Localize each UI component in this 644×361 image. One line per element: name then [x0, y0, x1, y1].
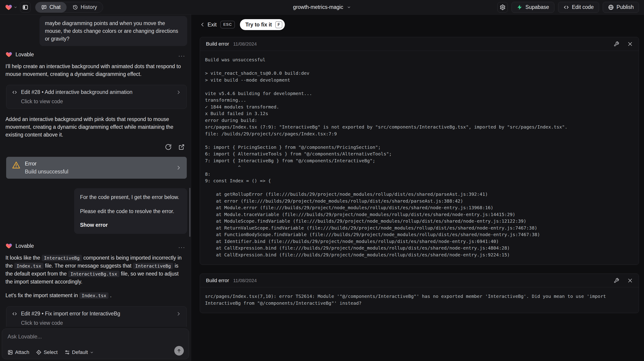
code-brackets-icon [563, 4, 569, 10]
select-button[interactable]: Select [36, 349, 58, 355]
edit-code-label: Edit code [572, 4, 594, 10]
tab-history-label: History [81, 4, 97, 10]
settings-button[interactable] [497, 2, 508, 12]
supabase-bolt-icon [517, 4, 523, 10]
build-error-date: 11/08/2024 [233, 278, 257, 283]
supabase-label: Supabase [526, 4, 549, 10]
preview-panel: Exit ESC Try to fix it F Build error 11/… [191, 14, 644, 361]
assistant-message-text: Added an interactive background with pin… [6, 116, 173, 138]
select-target-icon [36, 350, 42, 355]
top-bar: Chat History growth-metrics-magic [0, 0, 644, 14]
edit-card-28[interactable]: Edit #28 • Add interactive background an… [6, 85, 187, 109]
code-brackets-icon [12, 311, 17, 317]
tab-chat[interactable]: Chat [35, 2, 66, 12]
user-message-text: Please edit the code to resolve the erro… [80, 207, 181, 215]
lovable-logo-menu[interactable] [5, 4, 17, 11]
globe-icon [608, 4, 614, 10]
esc-key-badge: ESC [220, 21, 235, 28]
code-brackets-icon [12, 90, 17, 95]
chevron-down-icon [90, 351, 94, 355]
user-message-text: maybe diagramming points and when you mo… [45, 20, 178, 42]
edit-card-subtitle: Click to view code [12, 98, 181, 105]
chevron-right-icon [176, 311, 181, 316]
project-title: growth-metrics-magic [293, 4, 343, 10]
wrench-icon[interactable] [614, 278, 619, 283]
edit-code-button[interactable]: Edit code [558, 2, 599, 13]
chevron-left-icon[interactable] [200, 22, 205, 27]
tab-chat-label: Chat [50, 4, 61, 10]
error-title: Error [25, 161, 68, 167]
refresh-icon[interactable] [165, 144, 172, 150]
attach-button[interactable]: Attach [8, 349, 29, 355]
user-message: For the code present, I get the error be… [74, 188, 187, 234]
inline-code: Index.tsx [14, 263, 43, 269]
close-icon[interactable] [627, 41, 633, 47]
supabase-button[interactable]: Supabase [512, 2, 554, 13]
message-menu-icon[interactable]: ... [178, 245, 186, 247]
error-subtitle: Build unsuccessful [25, 169, 68, 175]
assistant-message: Let's fix the import statement in Index.… [6, 292, 186, 300]
panel-left-icon [22, 4, 28, 10]
inline-code: Index.tsx [79, 292, 108, 299]
lovable-heart-icon [6, 243, 12, 249]
try-to-fix-button[interactable]: Try to fix it F [240, 19, 285, 30]
inline-code: InteractiveBg [42, 255, 82, 261]
build-error-date: 11/08/2024 [233, 41, 257, 47]
assistant-message-text: It looks like the [6, 255, 42, 261]
chevron-down-icon [14, 5, 17, 9]
chat-input-placeholder[interactable]: Ask Lovable... [8, 334, 183, 340]
toggle-sidebar-button[interactable] [20, 2, 30, 12]
select-label: Select [44, 349, 58, 355]
assistant-message-text: file. The error message suggests that [44, 263, 133, 269]
chat-bubble-icon [41, 4, 47, 10]
inline-code: InteractiveBg [133, 263, 173, 269]
tab-history[interactable]: History [66, 2, 103, 12]
chat-message-list[interactable]: maybe diagramming points and when you mo… [0, 14, 191, 327]
attach-image-icon [8, 350, 13, 355]
close-icon[interactable] [627, 278, 633, 283]
build-error-title: Build error [206, 41, 229, 47]
assistant-message-text: I'll help create an interactive backgrou… [6, 63, 181, 77]
chat-panel: maybe diagramming points and when you mo… [0, 14, 191, 361]
chat-input-box[interactable]: Ask Lovable... Attach Select [2, 329, 189, 359]
attach-label: Attach [15, 349, 29, 355]
project-switcher[interactable]: growth-metrics-magic [293, 4, 351, 10]
mode-dropdown[interactable]: Default [64, 349, 94, 355]
show-error-link[interactable]: Show error [80, 221, 181, 229]
open-external-icon[interactable] [178, 144, 185, 150]
build-error-card-2: Build error 11/08/2024 src/pages/Index.t… [200, 274, 639, 313]
message-actions [6, 144, 185, 150]
lovable-heart-icon [5, 4, 12, 11]
arrow-up-icon [176, 348, 182, 353]
build-error-title: Build error [206, 278, 229, 284]
error-mode-header: Exit ESC Try to fix it F [200, 19, 639, 30]
try-to-fix-label: Try to fix it [246, 22, 272, 28]
build-error-log[interactable]: src/pages/Index.tsx(7,10): error TS2614:… [205, 293, 634, 307]
assistant-name: Lovable [16, 243, 34, 249]
edit-card-subtitle: Click to view code [12, 320, 181, 326]
build-error-banner[interactable]: Error Build unsuccessful [6, 157, 187, 179]
chevron-right-icon [176, 165, 181, 170]
assistant-name: Lovable [16, 51, 34, 58]
publish-button[interactable]: Publish [603, 2, 639, 13]
assistant-message-text: . [108, 292, 112, 298]
wrench-icon[interactable] [614, 41, 619, 47]
user-message: maybe diagramming points and when you mo… [40, 16, 187, 46]
build-error-log[interactable]: Build was unsuccessful > vite_react_shad… [205, 56, 634, 258]
sliders-icon [64, 350, 70, 355]
publish-label: Publish [617, 4, 634, 10]
f-key-badge: F [275, 21, 282, 28]
exit-button[interactable]: Exit [208, 21, 217, 28]
edit-card-title: Edit #29 • Fix import error for Interact… [21, 311, 120, 317]
message-menu-icon[interactable]: ... [178, 53, 186, 56]
chevron-right-icon [176, 90, 181, 95]
chat-scrollbar[interactable] [189, 188, 190, 237]
history-clock-icon [72, 4, 78, 10]
edit-card-29[interactable]: Edit #29 • Fix import error for Interact… [6, 306, 187, 327]
assistant-header: Lovable ... [6, 51, 186, 58]
user-message-text: For the code present, I get the error be… [80, 193, 181, 201]
chat-history-tabs: Chat History [35, 2, 103, 13]
send-button[interactable] [174, 346, 184, 356]
chevron-down-icon [347, 5, 351, 9]
warning-triangle-icon [12, 161, 21, 170]
